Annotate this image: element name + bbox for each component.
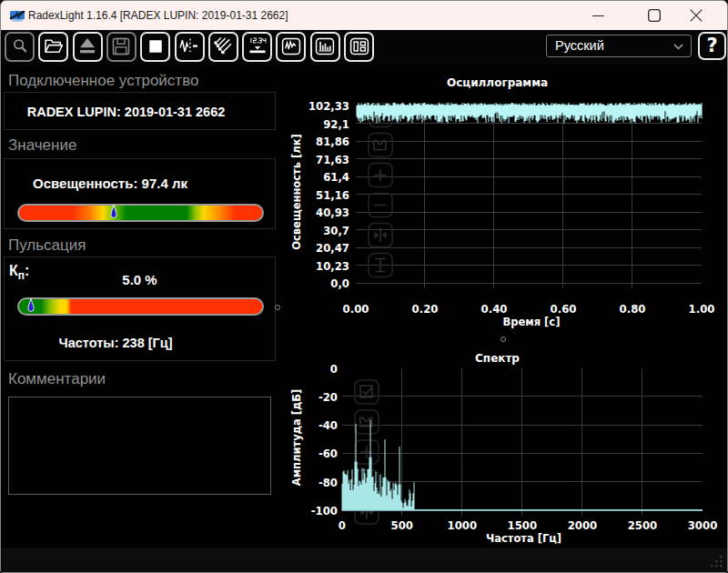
spec-xtick-0: 0	[339, 519, 346, 532]
spec-ytick-5: -100	[311, 505, 338, 518]
osc-ytick-10: 0,0	[330, 277, 349, 290]
osc-ytick-7: 30,7	[323, 225, 349, 237]
spec-tool-winwave[interactable]	[355, 410, 379, 434]
osc-ytick-5: 51,16	[316, 189, 349, 202]
spec-tool-plus[interactable]	[355, 440, 379, 464]
charts-canvas: 102,3392,181,8671,6361,451,1640,9330,720…	[1, 1, 728, 573]
app-window: RadexLight 1.16.4 [RADEX LUPIN: 2019-01-…	[0, 0, 728, 573]
spec-xtick-4: 2000	[568, 519, 598, 532]
osc-tool-collapse[interactable]	[369, 224, 392, 247]
osc-xtick-2: 0.40	[481, 303, 508, 316]
osc-tool-plus[interactable]	[369, 164, 392, 187]
spec-xtick-5: 2500	[628, 519, 658, 532]
osc-tool-minus[interactable]	[369, 194, 392, 217]
osc-xtick-0: 0.00	[343, 303, 369, 316]
oscillogram-signal	[357, 103, 702, 124]
osc-ytick-3: 71,63	[316, 154, 349, 166]
spec-xtick-3: 1500	[508, 519, 538, 532]
osc-ytick-0: 102,33	[308, 100, 349, 113]
osc-xtick-1: 0.20	[412, 303, 439, 316]
spec-xtick-2: 1000	[448, 519, 478, 532]
spec-ytick-0: 0	[330, 363, 338, 376]
osc-ytick-6: 40,93	[316, 206, 349, 219]
osc-ytick-9: 10,23	[316, 260, 349, 273]
osc-xtick-4: 0.80	[620, 303, 646, 316]
spec-tool-checkbox[interactable]	[355, 380, 379, 404]
osc-xtick-5: 1.00	[689, 303, 715, 316]
status-bar	[1, 548, 727, 572]
resize-grip-icon[interactable]	[711, 556, 723, 568]
spec-xtick-1: 500	[391, 519, 413, 532]
spec-ytick-1: -20	[318, 391, 338, 404]
spec-ytick-3: -60	[318, 447, 338, 460]
osc-ytick-8: 20,47	[316, 242, 349, 255]
osc-tool-winwave[interactable]	[369, 134, 392, 157]
osc-ytick-4: 61,4	[323, 171, 349, 184]
osc-ytick-1: 92,1	[323, 118, 349, 131]
osc-ytick-2: 81,86	[316, 136, 349, 148]
osc-xtick-3: 0.60	[551, 303, 577, 316]
spec-xtick-6: 3000	[688, 519, 718, 532]
spec-ytick-2: -40	[318, 419, 338, 432]
spec-ytick-4: -80	[318, 477, 338, 489]
